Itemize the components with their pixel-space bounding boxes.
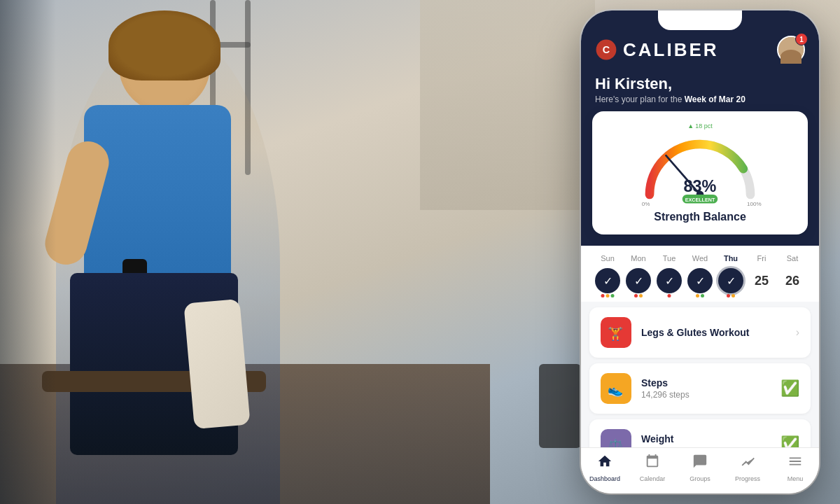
greeting-subtitle: Here's your plan for the Week of Mar 20	[595, 94, 805, 104]
day-thu[interactable]: ✓	[718, 268, 743, 293]
nav-item-dashboard[interactable]: Dashboard	[581, 454, 629, 482]
day-dot-thu	[727, 294, 735, 298]
nav-label-calendar: Calendar	[640, 475, 666, 482]
left-overlay	[0, 0, 56, 504]
day-check-sun: ✓	[595, 268, 620, 293]
gauge-svg: 0% 100% 83% EXCELLENT	[637, 131, 763, 208]
nav-item-progress[interactable]: Progress	[724, 454, 771, 482]
week-days: ✓ ✓	[592, 268, 808, 293]
svg-point-3	[787, 41, 796, 50]
app-name: CALIBER	[623, 39, 719, 61]
workout-icon-legs: 🏋️	[601, 317, 631, 348]
gauge-title: Strength Balance	[603, 211, 797, 223]
workout-item-legs[interactable]: 🏋️ Legs & Glutes Workout ›	[589, 307, 811, 358]
svg-text:EXCELLENT: EXCELLENT	[685, 197, 715, 203]
home-icon	[597, 454, 612, 473]
workout-name-steps: Steps	[641, 377, 771, 388]
gauge-visual: 0% 100% 83% EXCELLENT	[603, 131, 797, 208]
day-check-thu: ✓	[718, 268, 743, 293]
steps-icon: 👟	[608, 380, 624, 397]
svg-text:100%: 100%	[747, 201, 762, 207]
phone-device: C CALIBER 1	[581, 10, 819, 493]
workout-name-legs: Legs & Glutes Workout	[641, 327, 786, 338]
day-label-wed: Wed	[687, 254, 713, 262]
workout-check-steps: ✅	[780, 379, 799, 398]
nav-label-menu: Menu	[788, 475, 804, 482]
day-tue[interactable]: ✓	[657, 268, 682, 293]
day-sat[interactable]: 26	[780, 268, 805, 293]
svg-text:83%: 83%	[684, 177, 717, 195]
day-wed[interactable]: ✓	[687, 268, 713, 293]
svg-text:🏋️: 🏋️	[608, 326, 624, 341]
day-label-thu: Thu	[718, 254, 743, 262]
logo-area: C CALIBER	[595, 38, 719, 61]
menu-icon	[788, 454, 803, 473]
day-mon[interactable]: ✓	[626, 268, 651, 293]
day-number-sat: 26	[785, 274, 799, 288]
day-label-sun: Sun	[595, 254, 620, 262]
day-dot-mon	[634, 294, 643, 298]
weight-icon: ⚖️	[608, 436, 624, 447]
nav-label-groups: Groups	[690, 475, 710, 482]
caliber-logo-icon: C	[595, 38, 617, 61]
bottom-navigation: Dashboard Calendar Groups	[581, 447, 819, 493]
calendar-icon	[645, 454, 660, 473]
day-number-fri: 25	[755, 274, 769, 288]
gauge-increase: ▲18 pct	[603, 122, 797, 130]
user-avatar-wrapper[interactable]: 1	[777, 36, 805, 64]
workout-items: 🏋️ Legs & Glutes Workout › 👟	[581, 307, 819, 447]
nav-label-progress: Progress	[735, 475, 760, 482]
workout-item-steps[interactable]: 👟 Steps 14,296 steps ✅	[589, 363, 811, 414]
workout-item-weight[interactable]: ⚖️ Weight 163.4 lbs ✅	[589, 419, 811, 447]
week-days-header: Sun Mon Tue Wed Thu Fri Sat	[592, 254, 808, 262]
greeting-name: Hi Kirsten,	[595, 75, 805, 93]
day-label-mon: Mon	[626, 254, 651, 262]
notification-badge: 1	[795, 33, 808, 46]
workout-info-legs: Legs & Glutes Workout	[641, 327, 786, 338]
svg-text:👟: 👟	[608, 382, 624, 397]
workout-icon-steps: 👟	[601, 373, 631, 404]
nav-item-menu[interactable]: Menu	[771, 454, 819, 482]
svg-text:0%: 0%	[642, 201, 650, 207]
day-label-fri: Fri	[749, 254, 774, 262]
svg-text:C: C	[603, 44, 610, 55]
svg-text:⚖️: ⚖️	[608, 438, 624, 447]
legs-icon: 🏋️	[608, 324, 624, 341]
day-label-sat: Sat	[780, 254, 805, 262]
workout-meta-steps: 14,296 steps	[641, 390, 771, 400]
phone-notch	[658, 10, 742, 30]
day-check-tue: ✓	[657, 268, 682, 293]
day-sun[interactable]: ✓	[595, 268, 620, 293]
workout-info-steps: Steps 14,296 steps	[641, 377, 771, 400]
day-dot-sun	[601, 294, 615, 298]
workout-name-weight: Weight	[641, 433, 771, 444]
workout-check-weight: ✅	[780, 435, 799, 447]
nav-item-calendar[interactable]: Calendar	[629, 454, 676, 482]
day-check-mon: ✓	[626, 268, 651, 293]
day-dot-wed	[696, 294, 704, 298]
strength-balance-card: ▲18 pct	[592, 111, 808, 234]
scroll-content[interactable]: Sun Mon Tue Wed Thu Fri Sat ✓	[581, 246, 819, 447]
nav-item-groups[interactable]: Groups	[676, 454, 724, 482]
day-dot-tue	[668, 294, 671, 298]
week-calendar: Sun Mon Tue Wed Thu Fri Sat ✓	[581, 246, 819, 302]
svg-point-4	[783, 53, 799, 64]
groups-icon	[692, 454, 708, 473]
phone-screen: C CALIBER 1	[581, 10, 819, 493]
nav-label-dashboard: Dashboard	[589, 475, 620, 482]
day-fri[interactable]: 25	[749, 268, 774, 293]
workout-icon-weight: ⚖️	[601, 429, 631, 447]
day-check-wed: ✓	[687, 268, 713, 293]
workout-chevron-legs: ›	[796, 326, 799, 339]
progress-icon	[740, 454, 755, 473]
workout-info-weight: Weight 163.4 lbs	[641, 433, 771, 447]
day-label-tue: Tue	[657, 254, 682, 262]
